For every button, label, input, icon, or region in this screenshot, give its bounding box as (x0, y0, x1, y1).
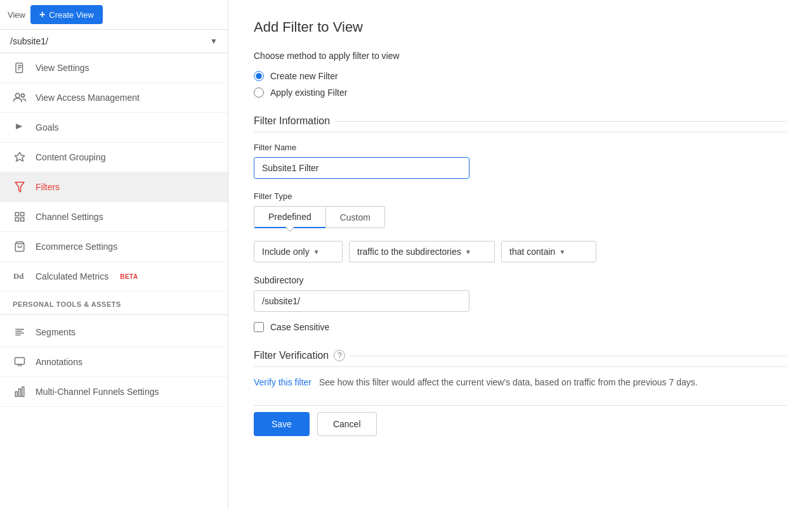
case-sensitive-row: Case Sensitive (254, 322, 787, 332)
people-icon (13, 91, 27, 105)
include-only-label: Include only (262, 247, 310, 257)
filter-method-radio-group: Create new Filter Apply existing Filter (254, 71, 787, 98)
filter-name-group: Filter Name (254, 143, 787, 179)
filter-dropdowns-row: Include only ▼ traffic to the subdirecto… (254, 241, 787, 262)
svg-rect-20 (22, 387, 24, 397)
chevron-down-icon: ▼ (465, 248, 471, 255)
contain-dropdown[interactable]: that contain ▼ (501, 241, 596, 262)
segments-icon (13, 325, 27, 339)
svg-text:Dd: Dd (13, 272, 23, 281)
svg-marker-6 (15, 183, 24, 192)
page-title: Add Filter to View (254, 19, 787, 35)
action-buttons-row: Save Cancel (254, 405, 787, 436)
svg-rect-19 (19, 389, 21, 397)
choose-method-label: Choose method to apply filter to view (254, 51, 787, 61)
plus-icon: + (39, 9, 45, 20)
create-view-button[interactable]: + Create View (30, 5, 103, 24)
sidebar-item-label: Segments (36, 327, 75, 337)
filter-information-header: Filter Information (254, 115, 787, 132)
sidebar-item-label: Annotations (36, 357, 82, 367)
radio-create-new-label: Create new Filter (270, 71, 338, 81)
svg-rect-17 (15, 358, 25, 364)
help-icon: ? (334, 350, 345, 361)
contain-label: that contain (509, 247, 555, 257)
grid-icon (13, 210, 27, 224)
subdirectory-group: Subdirectory (254, 275, 787, 322)
verify-row: Verify this filter See how this filter w… (254, 377, 787, 387)
sidebar-item-calculated-metrics[interactable]: Dd Calculated Metrics BETA (0, 262, 228, 292)
sidebar-item-label: Filters (36, 182, 60, 192)
sidebar-item-view-access-management[interactable]: View Access Management (0, 83, 228, 113)
sidebar-header: View + Create View (0, 0, 228, 30)
comment-icon (13, 355, 27, 369)
filter-type-group: Filter Type Predefined Custom (254, 191, 787, 228)
radio-apply-existing[interactable]: Apply existing Filter (254, 87, 787, 98)
doc-icon (13, 61, 27, 75)
personal-section-label: PERSONAL TOOLS & ASSETS (0, 292, 228, 312)
svg-point-5 (22, 94, 25, 97)
sidebar-item-filters[interactable]: Filters (0, 172, 228, 202)
svg-rect-9 (15, 218, 18, 221)
view-dropdown-value: /subsite1/ (10, 36, 48, 46)
sidebar-item-content-grouping[interactable]: Content Grouping (0, 143, 228, 172)
svg-rect-18 (15, 392, 17, 397)
filter-type-tabs: Predefined Custom (254, 206, 787, 228)
main-content: Add Filter to View Choose method to appl… (228, 0, 812, 509)
cart-icon (13, 240, 27, 254)
filter-icon (13, 180, 27, 194)
bar-icon (13, 385, 27, 399)
sidebar: View + Create View /subsite1/ ▼ ← View S… (0, 0, 228, 509)
save-button[interactable]: Save (254, 412, 310, 436)
sidebar-item-channel-settings[interactable]: Channel Settings (0, 202, 228, 232)
sidebar-item-goals[interactable]: Goals (0, 113, 228, 143)
svg-rect-7 (15, 212, 18, 216)
filter-verification-label: Filter Verification (254, 350, 329, 361)
cancel-button[interactable]: Cancel (317, 412, 377, 436)
filter-verification-section: Filter Verification ? Verify this filter… (254, 350, 787, 387)
include-only-dropdown[interactable]: Include only ▼ (254, 241, 343, 262)
filter-verification-header: Filter Verification ? (254, 350, 787, 367)
traffic-dropdown[interactable]: traffic to the subdirectories ▼ (349, 241, 495, 262)
sidebar-item-label: Goals (36, 122, 59, 132)
sidebar-item-label: Content Grouping (36, 152, 106, 162)
view-label: View (8, 10, 25, 20)
sidebar-item-label: View Access Management (36, 93, 140, 103)
sidebar-item-label: Multi-Channel Funnels Settings (36, 387, 159, 397)
filter-type-label: Filter Type (254, 191, 787, 201)
subdirectory-input[interactable] (254, 290, 469, 312)
verify-this-filter-link[interactable]: Verify this filter (254, 377, 311, 387)
svg-point-4 (15, 93, 20, 98)
beta-badge: BETA (120, 273, 138, 280)
sidebar-item-label: Ecommerce Settings (36, 242, 117, 252)
case-sensitive-checkbox[interactable] (254, 322, 264, 332)
sidebar-item-ecommerce-settings[interactable]: Ecommerce Settings (0, 232, 228, 262)
case-sensitive-label[interactable]: Case Sensitive (270, 322, 329, 332)
radio-apply-existing-input[interactable] (254, 87, 264, 98)
tab-predefined[interactable]: Predefined (254, 206, 325, 228)
create-view-label: Create View (49, 10, 94, 20)
chevron-down-icon: ▼ (313, 248, 320, 255)
sidebar-item-label: View Settings (36, 63, 89, 73)
flag-icon (13, 120, 27, 134)
svg-rect-8 (21, 212, 24, 216)
sidebar-item-annotations[interactable]: Annotations (0, 347, 228, 377)
tool-icon (13, 150, 27, 164)
sidebar-item-label: Calculated Metrics (36, 271, 108, 281)
sidebar-item-segments[interactable]: Segments (0, 318, 228, 347)
radio-apply-existing-label: Apply existing Filter (270, 87, 347, 98)
filter-name-label: Filter Name (254, 143, 787, 152)
chevron-down-icon: ▼ (210, 37, 218, 46)
filter-name-input[interactable] (254, 157, 469, 179)
dd-icon: Dd (13, 269, 27, 283)
radio-create-new[interactable]: Create new Filter (254, 71, 787, 81)
view-dropdown[interactable]: /subsite1/ ▼ (0, 30, 228, 53)
tab-custom[interactable]: Custom (325, 206, 385, 228)
subdirectory-label: Subdirectory (254, 275, 787, 285)
sidebar-item-label: Channel Settings (36, 212, 103, 222)
verify-description: See how this filter would affect the cur… (319, 377, 698, 387)
sidebar-item-multi-channel[interactable]: Multi-Channel Funnels Settings (0, 377, 228, 407)
radio-create-new-input[interactable] (254, 71, 264, 81)
traffic-label: traffic to the subdirectories (357, 247, 461, 257)
svg-rect-10 (21, 218, 24, 221)
sidebar-item-view-settings[interactable]: View Settings (0, 53, 228, 83)
